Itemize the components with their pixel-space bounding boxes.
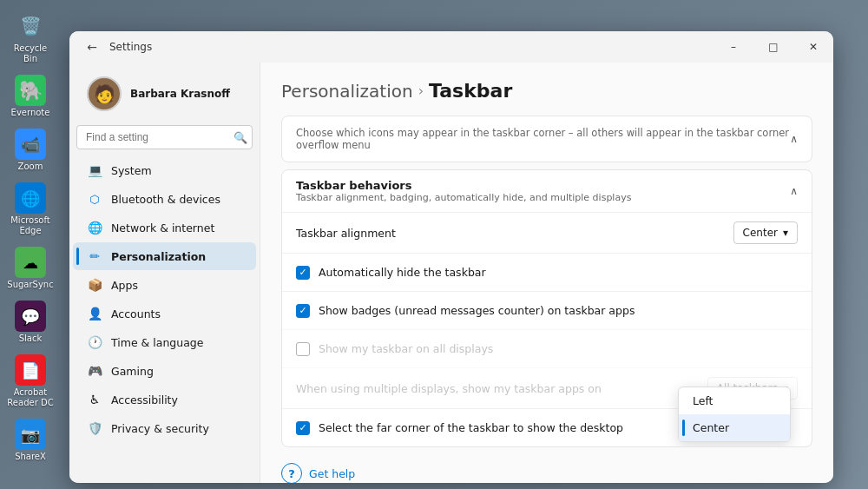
maximize-button[interactable]: □ — [753, 31, 793, 63]
sidebar-item-label: Gaming — [111, 365, 154, 378]
behaviors-subtitle: Taskbar alignment, badging, automaticall… — [296, 192, 631, 203]
chevron-down-icon: ▾ — [783, 227, 788, 239]
sidebar-item-label: System — [111, 164, 152, 177]
minimize-button[interactable]: – — [713, 31, 753, 63]
alignment-option-center[interactable]: Center — [679, 414, 790, 441]
avatar: 🧑 — [87, 76, 122, 111]
far-corner-checkbox[interactable]: ✓ — [296, 421, 310, 435]
far-corner-checkbox-wrap[interactable]: ✓ Select the far corner of the taskbar t… — [296, 421, 623, 435]
time-icon: 🕐 — [87, 334, 102, 350]
sidebar-item-gaming[interactable]: 🎮 Gaming — [73, 357, 256, 385]
desktop-icons-container: 🗑️ Recycle Bin 🐘 Evernote 📹 Zoom 🌐 Micro… — [0, 0, 61, 489]
alignment-row: Taskbar alignment Center ▾ Left Center — [282, 212, 812, 253]
avatar-image: 🧑 — [89, 78, 120, 109]
chevron-up-icon: ∧ — [790, 133, 798, 145]
desktop-icon-sugarsync[interactable]: ☁️ SugarSync — [3, 243, 58, 294]
show-badges-checkbox-wrap[interactable]: ✓ Show badges (unread messages counter) … — [296, 304, 635, 318]
sidebar-item-label: Apps — [111, 279, 138, 292]
desktop-icon-label: SugarSync — [7, 280, 53, 290]
sidebar-item-personalization[interactable]: ✏️ Personalization — [73, 242, 256, 270]
show-badges-label: Show badges (unread messages counter) on… — [319, 304, 635, 317]
all-displays-label: Show my taskbar on all displays — [319, 342, 493, 355]
alignment-label: Taskbar alignment — [296, 227, 396, 240]
desktop-icon-label: Evernote — [11, 108, 50, 118]
desktop-icon-label: Microsoft Edge — [6, 215, 55, 236]
taskbar-behaviors-section: Taskbar behaviors Taskbar alignment, bad… — [281, 169, 812, 447]
user-name: Barbara Krasnoff — [130, 88, 230, 100]
accounts-icon: 👤 — [87, 306, 102, 321]
option-label: Left — [693, 394, 713, 407]
alignment-value: Center — [743, 227, 778, 239]
auto-hide-label: Automatically hide the taskbar — [319, 266, 486, 279]
taskbar-corner-row[interactable]: Choose which icons may appear in the tas… — [282, 116, 812, 162]
sidebar-item-accounts[interactable]: 👤 Accounts — [73, 300, 256, 327]
desktop-icon-label: ShareX — [15, 452, 46, 462]
show-badges-checkbox[interactable]: ✓ — [296, 304, 310, 318]
behaviors-header[interactable]: Taskbar behaviors Taskbar alignment, bad… — [282, 170, 812, 212]
far-corner-label: Select the far corner of the taskbar to … — [319, 421, 623, 434]
desktop-icon-acrobat[interactable]: 📄 Acrobat Reader DC — [3, 351, 58, 412]
sidebar-item-label: Personalization — [111, 250, 206, 263]
sidebar-item-accessibility[interactable]: ♿ Accessibility — [73, 386, 256, 413]
alignment-option-left[interactable]: Left — [679, 387, 790, 414]
breadcrumb-current: Taskbar — [429, 80, 512, 102]
auto-hide-row: ✓ Automatically hide the taskbar — [282, 253, 812, 291]
sidebar-item-label: Time & language — [111, 336, 203, 349]
apps-icon: 📦 — [87, 277, 102, 293]
network-icon: 🌐 — [87, 220, 102, 235]
search-input[interactable] — [76, 125, 253, 149]
taskbar-corner-desc: Choose which icons may appear in the tas… — [296, 127, 790, 151]
sidebar-item-system[interactable]: 💻 System — [73, 156, 256, 184]
breadcrumb: Personalization › Taskbar — [281, 80, 812, 102]
sidebar-item-label: Privacy & security — [111, 422, 209, 435]
desktop-icon-edge[interactable]: 🌐 Microsoft Edge — [3, 179, 58, 240]
help-label: Get help — [309, 467, 355, 480]
settings-body: 🧑 Barbara Krasnoff 🔍 💻 System ⬡ Bluetoot… — [69, 63, 833, 483]
user-profile[interactable]: 🧑 Barbara Krasnoff — [73, 69, 256, 122]
auto-hide-checkbox-wrap[interactable]: ✓ Automatically hide the taskbar — [296, 266, 486, 280]
sidebar-item-network[interactable]: 🌐 Network & internet — [73, 214, 256, 241]
settings-window: ← Settings – □ ✕ 🧑 Barbara Krasnoff 🔍 — [69, 31, 833, 483]
accessibility-icon: ♿ — [87, 392, 102, 407]
gaming-icon: 🎮 — [87, 363, 102, 379]
sidebar-item-label: Accessibility — [111, 393, 178, 406]
sidebar-item-label: Accounts — [111, 307, 161, 320]
option-label: Center — [693, 421, 729, 434]
behaviors-title: Taskbar behaviors — [296, 179, 631, 192]
taskbar-corner-section: Choose which icons may appear in the tas… — [281, 116, 812, 162]
behaviors-header-text: Taskbar behaviors Taskbar alignment, bad… — [296, 179, 631, 203]
desktop-icon-sharex[interactable]: 📷 ShareX — [3, 415, 58, 466]
alignment-dropdown-button[interactable]: Center ▾ — [733, 221, 798, 244]
show-badges-row: ✓ Show badges (unread messages counter) … — [282, 291, 812, 329]
sidebar-item-bluetooth[interactable]: ⬡ Bluetooth & devices — [73, 185, 256, 213]
privacy-icon: 🛡️ — [87, 420, 102, 436]
window-title: Settings — [109, 41, 152, 53]
search-icon[interactable]: 🔍 — [233, 131, 247, 144]
bluetooth-icon: ⬡ — [87, 191, 102, 207]
desktop-icon-evernote[interactable]: 🐘 Evernote — [3, 71, 58, 122]
personalization-icon: ✏️ — [87, 248, 102, 264]
desktop-icon-label: Zoom — [18, 162, 43, 172]
close-button[interactable]: ✕ — [793, 31, 833, 63]
chevron-up-icon: ∧ — [790, 185, 798, 197]
sidebar-item-privacy[interactable]: 🛡️ Privacy & security — [73, 414, 256, 442]
all-displays-checkbox-wrap[interactable]: ✓ Show my taskbar on all displays — [296, 342, 493, 356]
back-button[interactable]: ← — [80, 35, 104, 59]
sidebar-item-label: Network & internet — [111, 221, 214, 235]
title-bar: ← Settings – □ ✕ — [69, 31, 833, 63]
main-content: Personalization › Taskbar Choose which i… — [260, 63, 833, 483]
breadcrumb-parent[interactable]: Personalization — [281, 81, 413, 102]
breadcrumb-separator: › — [418, 83, 424, 99]
sidebar-item-time-language[interactable]: 🕐 Time & language — [73, 328, 256, 356]
desktop-icon-recycle-bin[interactable]: 🗑️ Recycle Bin — [3, 7, 58, 68]
desktop-icon-label: Recycle Bin — [6, 43, 55, 64]
desktop-icon-slack[interactable]: 💬 Slack — [3, 297, 58, 347]
system-icon: 💻 — [87, 162, 102, 178]
sidebar-item-apps[interactable]: 📦 Apps — [73, 271, 256, 299]
alignment-dropdown-popup: Left Center — [678, 387, 791, 442]
sidebar: 🧑 Barbara Krasnoff 🔍 💻 System ⬡ Bluetoot… — [69, 63, 260, 483]
desktop-icon-zoom[interactable]: 📹 Zoom — [3, 125, 58, 175]
get-help-row[interactable]: ? Get help — [281, 454, 812, 483]
all-displays-checkbox[interactable]: ✓ — [296, 342, 310, 356]
auto-hide-checkbox[interactable]: ✓ — [296, 266, 310, 280]
